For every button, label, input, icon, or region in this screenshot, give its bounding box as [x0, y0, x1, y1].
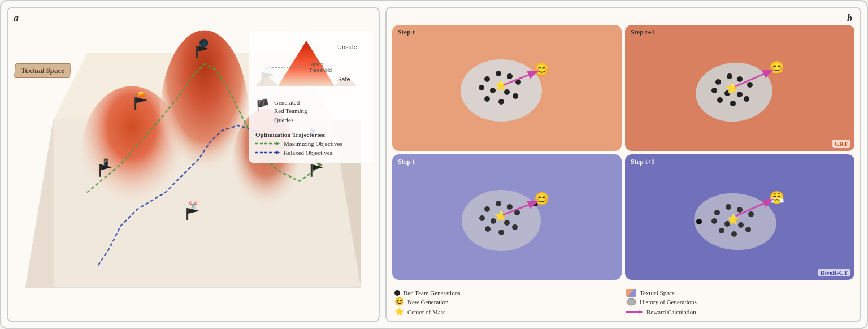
legend-new-gen: 😊 New Generation — [394, 298, 620, 306]
svg-marker-38 — [276, 151, 280, 154]
legend-red-team: Red Team Generations — [394, 289, 620, 297]
legend-center-mass: ⭐ Center of Mass — [394, 307, 620, 317]
traj-max-label: Maximizing Objectives — [284, 140, 342, 147]
svg-point-93 — [745, 227, 751, 232]
svg-point-63 — [717, 97, 723, 103]
diagram-svg-2: ⭐ 😊 — [683, 48, 796, 127]
svg-text:😊: 😊 — [534, 62, 550, 77]
svg-point-57 — [737, 76, 743, 82]
svg-point-56 — [727, 73, 732, 79]
svg-text:⭐: ⭐ — [726, 82, 739, 94]
svg-point-89 — [748, 211, 754, 217]
svg-rect-15 — [134, 97, 136, 110]
svg-point-95 — [731, 231, 737, 237]
svg-point-78 — [485, 226, 491, 232]
svg-text:😤: 😤 — [769, 190, 785, 205]
reward-arrow-icon — [626, 308, 643, 316]
panel-b-label: b — [847, 12, 852, 24]
svg-marker-27 — [278, 41, 335, 86]
svg-marker-36 — [276, 142, 280, 145]
svg-marker-103 — [639, 310, 643, 314]
svg-rect-21 — [186, 208, 188, 220]
svg-point-58 — [747, 82, 753, 88]
svg-point-98 — [696, 219, 702, 224]
step-t-label-1: Step t — [398, 28, 415, 37]
svg-text:✂️: ✂️ — [189, 201, 198, 210]
textual-space-swatch — [626, 289, 636, 297]
traj-maximizing: Maximizing Objectives — [255, 140, 366, 147]
svg-text:Safe: Safe — [337, 76, 350, 83]
svg-text:⭐: ⭐ — [494, 210, 507, 222]
svg-point-86 — [714, 210, 720, 215]
svg-rect-18 — [99, 164, 101, 177]
diagram-svg-3: ⭐ 😊 — [450, 178, 563, 257]
main-container: a — [0, 0, 868, 329]
svg-text:📱: 📱 — [102, 158, 110, 166]
legend-area: Unsafe Safety Threshold Safe 🏴 Generated… — [249, 31, 373, 163]
svg-point-41 — [496, 71, 501, 76]
history-swatch-icon — [626, 298, 636, 306]
legend-textual-space: Textual Space — [626, 289, 852, 297]
legend-reward: Reward Calculation — [626, 307, 852, 317]
crt-label: CRT — [832, 140, 850, 148]
new-gen-label: New Generation — [407, 298, 448, 305]
svg-rect-24 — [311, 164, 313, 177]
svg-point-47 — [513, 93, 518, 99]
svg-point-48 — [484, 96, 490, 102]
reward-label: Reward Calculation — [646, 309, 696, 315]
svg-text:🌑: 🌑 — [199, 38, 209, 48]
step-t-label-2: Step t — [398, 158, 415, 166]
flag-legend-line2: Red Teaming — [274, 107, 307, 114]
svg-point-59 — [711, 88, 717, 93]
cell-step-t-orange: Step t ⭐ — [392, 25, 622, 151]
svg-point-77 — [512, 224, 518, 230]
svg-text:🔫: 🔫 — [137, 90, 146, 99]
svg-text:Threshold: Threshold — [309, 67, 332, 73]
traj-relax-label: Relaxed Objectives — [284, 149, 332, 156]
svg-point-71 — [496, 201, 501, 206]
flag-legend-line3: Queries — [274, 116, 293, 123]
textual-space-label-b: Textual Space — [640, 289, 675, 296]
panel-b: b Step t — [385, 7, 861, 322]
center-mass-star: ⭐ — [394, 307, 404, 317]
svg-point-40 — [484, 76, 490, 82]
traj-title: Optimization Trajectories: — [255, 131, 366, 138]
red-team-dot — [394, 290, 400, 296]
flag-legend: 🏴 Generated Red Teaming Queries — [255, 98, 366, 124]
svg-point-49 — [498, 99, 504, 105]
history-label: History of Generations — [640, 298, 697, 305]
center-mass-label: Center of Mass — [407, 309, 445, 315]
svg-marker-28 — [255, 75, 278, 86]
svg-point-55 — [715, 79, 721, 85]
svg-point-87 — [726, 204, 731, 210]
step-t1-label-2: Step t+1 — [631, 158, 655, 166]
cell-step-t-purple: Step t — [392, 154, 622, 280]
panel-a: a — [7, 7, 380, 322]
diagram-grid: Step t ⭐ — [387, 8, 860, 285]
svg-point-74 — [479, 215, 485, 221]
svg-text:Safety: Safety — [309, 62, 324, 67]
svg-point-62 — [744, 96, 749, 102]
legend-history: History of Generations — [626, 298, 852, 306]
trajectory-legend: Optimization Trajectories: Maximizing Ob… — [255, 131, 366, 156]
step-t1-label-1: Step t+1 — [631, 28, 655, 37]
textual-space-label: Textual Space — [14, 63, 71, 78]
red-team-label: Red Team Generations — [403, 289, 460, 296]
traj-relaxed: Relaxed Objectives — [255, 149, 366, 156]
bottom-legend: Red Team Generations Textual Space 😊 New… — [387, 285, 860, 321]
svg-point-70 — [484, 206, 490, 212]
cell-step-t1-orange: Step t+1 CRT ⭐ — [625, 25, 854, 151]
svg-point-64 — [730, 101, 736, 106]
new-gen-emoji: 😊 — [394, 298, 404, 306]
svg-point-44 — [479, 85, 484, 90]
svg-point-42 — [507, 73, 513, 79]
svg-point-88 — [737, 207, 743, 213]
svg-text:😊: 😊 — [534, 191, 550, 206]
svg-text:⭐: ⭐ — [494, 79, 507, 92]
svg-text:Unsafe: Unsafe — [337, 44, 357, 50]
diagram-svg-4: ⭐ 😤 — [683, 178, 796, 257]
svg-text:😊: 😊 — [769, 60, 785, 75]
cell-step-t1-purple: Step t+1 DiveR-CT ⭐ — [625, 154, 854, 280]
safety-chart: Unsafe Safety Threshold Safe — [255, 35, 368, 92]
svg-point-79 — [498, 230, 504, 235]
